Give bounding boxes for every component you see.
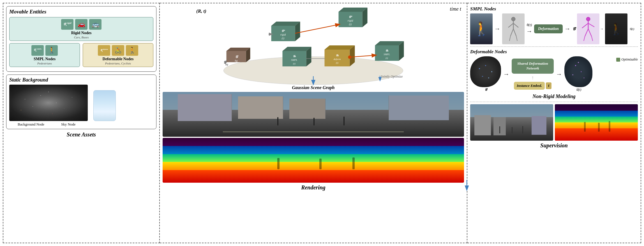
movable-entities-title: Movable Entities xyxy=(9,9,153,15)
right-panel: SMPL Nodes 🚶 → xyxy=(467,3,641,243)
static-bg-title: Static Background xyxy=(9,77,153,83)
magenta-pose-img xyxy=(577,13,599,44)
up-arrow-icon: ↑ xyxy=(532,75,534,81)
t-box: t xyxy=(546,82,551,89)
svg-line-62 xyxy=(592,36,593,41)
supervision-depth-img xyxy=(555,104,638,141)
main-container: Movable Entities 𝒢̄vrigid 🚗 🚌 Rigid Node… xyxy=(0,0,644,246)
supervision-arrow xyxy=(463,180,470,192)
gt-label: 𝒢(t) xyxy=(629,27,634,31)
input-cloud-col: 𝒢̄ xyxy=(470,56,501,92)
arrow-theta: → xyxy=(526,28,532,35)
deformable-icons: 𝒢̄hdeform 🚴 🚶 xyxy=(98,45,138,56)
smpl-card: 𝒢̄hSMPL 🚶 SMPL Nodes Pedestrians xyxy=(9,43,80,67)
svg-text:(t): (t) xyxy=(282,37,285,40)
svg-line-52 xyxy=(513,29,516,36)
svg-line-58 xyxy=(588,23,594,27)
rigid-nodes-sublabel: Cars, Buses xyxy=(74,36,89,39)
arrow-2: → xyxy=(564,25,571,33)
render-footer: Rendering xyxy=(163,184,464,191)
svg-text:𝒢ᵛ: 𝒢ᵛ xyxy=(281,29,285,33)
svg-line-53 xyxy=(509,36,511,41)
pedestrian-icon-smpl: 🚶 xyxy=(45,45,58,56)
svg-marker-7 xyxy=(271,22,300,26)
rendering-images xyxy=(163,92,464,183)
bg-images-row xyxy=(9,85,153,121)
bg-node-label: Background Node xyxy=(18,122,44,127)
svg-point-39 xyxy=(348,55,352,59)
rigid-icon-label: 𝒢̄vrigid xyxy=(61,19,73,30)
supervision-section xyxy=(470,102,638,141)
dark-person-img: 🚶 xyxy=(605,13,627,44)
depth-scene-bg xyxy=(163,138,464,183)
deformable-nodes-sublabel: Pedestrians, Cyclists xyxy=(105,62,131,65)
input-point-cloud xyxy=(470,56,501,87)
optimizable-color-box xyxy=(616,58,620,62)
right-footer: Supervision xyxy=(470,142,638,149)
walking-person-icon: 🚶 xyxy=(473,21,490,37)
person-photo-img: 🚶 xyxy=(470,13,493,44)
smpl-icon-label: 𝒢̄hSMPL xyxy=(31,45,44,56)
center-panel: time t (R, t) 𝒢 bg xyxy=(160,3,467,243)
theta-label: θ(t) xyxy=(527,23,532,27)
supervision-street-img xyxy=(470,104,553,141)
network-diagram-row: 𝒢̄ → Shared Deformation Network ↑ Instan… xyxy=(470,56,614,92)
gt-arrow-label: → xyxy=(600,27,603,31)
car-icon: 🚗 xyxy=(75,19,87,30)
street-render xyxy=(163,92,464,137)
shared-network-box: Shared Deformation Network xyxy=(512,59,554,74)
svg-line-59 xyxy=(585,29,588,36)
sup-street-bg xyxy=(470,104,553,141)
svg-line-49 xyxy=(508,23,513,27)
dark-walk-icon: 🚶 xyxy=(609,22,623,36)
optimizable-badge-row: Optimizable xyxy=(616,57,638,62)
magenta-pose-svg xyxy=(580,16,597,41)
street-scene-bg xyxy=(163,92,464,137)
svg-marker-25 xyxy=(325,45,355,50)
svg-text:(t): (t) xyxy=(386,57,388,59)
gbar-col: 𝒢̄ xyxy=(572,27,575,31)
bus-icon: 🚌 xyxy=(89,19,101,30)
smpl-nodes-row: 🚶 → xyxy=(470,13,638,44)
person-skeleton-img xyxy=(502,13,525,44)
svg-text:(t): (t) xyxy=(336,61,338,64)
skeleton-svg xyxy=(505,16,522,41)
deformable-nodes-title: Deformable Nodes xyxy=(470,49,614,55)
deformable-section: Deformable Nodes 𝒢̄ → Shared Deformation… xyxy=(470,49,638,99)
arrow-from-network: → xyxy=(556,71,562,78)
depth-render xyxy=(163,138,464,183)
smpl-icons: 𝒢̄hSMPL 🚶 xyxy=(31,45,58,56)
sup-depth-bg xyxy=(555,104,638,141)
gbar-input-label: 𝒢̄ xyxy=(484,88,487,92)
gt-output-label: 𝒢(t) xyxy=(576,88,581,92)
svg-line-54 xyxy=(516,36,517,41)
rigid-icons: 𝒢̄vrigid 🚗 🚌 xyxy=(61,19,101,30)
deformable-icon-label: 𝒢̄hdeform xyxy=(98,45,110,56)
smpl-section-title: SMPL Nodes xyxy=(470,6,638,12)
deformation-box: Deformation xyxy=(534,24,563,33)
deformable-nodes-label: Deformable Nodes xyxy=(103,57,134,62)
svg-text:𝒢ₕ: 𝒢ₕ xyxy=(336,54,339,57)
scene-graph-area: time t (R, t) 𝒢 bg xyxy=(163,6,464,90)
output-cloud-col: 𝒢(t) xyxy=(564,56,592,92)
bg-nodes-labels: Background Node Sky Node xyxy=(9,122,153,127)
theta-arrow-col: θ(t) → xyxy=(526,23,532,35)
scene-graph-label: Gaussian Scene Graph xyxy=(292,85,334,90)
non-rigid-title: Non-Rigid Modeling xyxy=(470,94,638,99)
svg-line-51 xyxy=(511,29,513,36)
deformable-card: 𝒢̄hdeform 🚴 🚶 Deformable Nodes Pedestria… xyxy=(83,43,153,67)
rigid-nodes-row: 𝒢̄vrigid 🚗 🚌 Rigid Nodes Cars, Buses xyxy=(9,17,153,41)
svg-point-47 xyxy=(511,17,515,21)
deformable-content: Deformable Nodes 𝒢̄ → Shared Deformation… xyxy=(470,49,638,92)
cyclist-icon: 🚴 xyxy=(112,45,124,56)
svg-text:SMPL: SMPL xyxy=(384,53,390,56)
svg-point-55 xyxy=(586,17,590,21)
svg-text:𝒢̄ₕ: 𝒢̄ₕ xyxy=(385,49,389,52)
sky-node-label: Sky Node xyxy=(61,122,76,127)
svg-text:rigid: rigid xyxy=(348,19,353,22)
svg-marker-13 xyxy=(339,8,368,12)
svg-text:rigid: rigid xyxy=(280,33,286,36)
svg-marker-19 xyxy=(283,47,311,51)
svg-text:𝒢ᵛ: 𝒢ᵛ xyxy=(348,15,353,18)
svg-text:bg: bg xyxy=(235,59,238,62)
